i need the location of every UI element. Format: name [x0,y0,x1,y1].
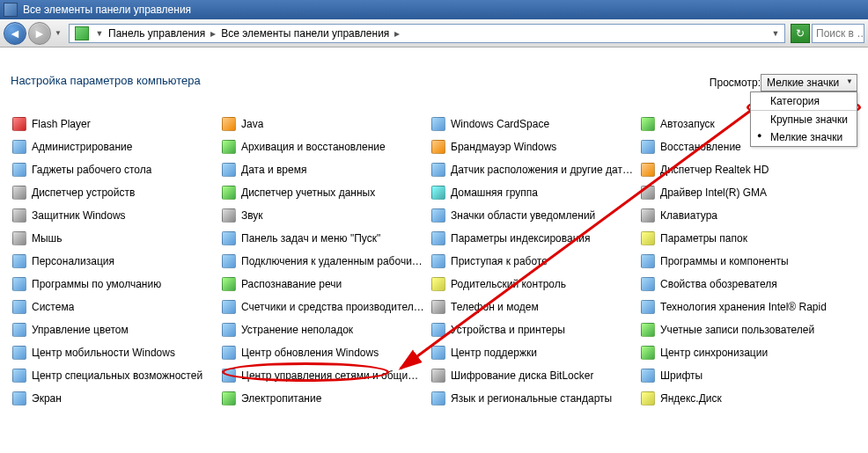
cpl-item[interactable]: Свойства обозревателя [639,276,845,292]
cpl-item[interactable]: Мышь [11,230,217,246]
item-icon [641,117,655,131]
cpl-item[interactable]: Устройства и принтеры [430,322,636,338]
cpl-item[interactable]: Учетные записи пользователей [639,322,845,338]
cpl-item[interactable]: Гаджеты рабочего стола [11,162,217,178]
cpl-item[interactable]: Устранение неполадок [220,322,426,338]
cpl-item[interactable]: Администрирование [11,139,217,155]
cpl-item[interactable]: Управление цветом [11,322,217,338]
item-label: Брандмауэр Windows [451,141,556,153]
item-label: Гаджеты рабочего стола [32,164,151,176]
view-dropdown-menu: Категория Крупные значки Мелкие значки [750,91,857,147]
item-label: Управление цветом [32,324,129,336]
cpl-item[interactable]: Диспетчер Realtek HD [639,162,845,178]
cpl-item[interactable]: Дата и время [220,162,426,178]
cpl-item[interactable]: Подключения к удаленным рабочим с… [220,253,426,269]
cpl-item[interactable]: Панель задач и меню "Пуск" [220,230,426,246]
cpl-item[interactable]: Драйвер Intel(R) GMA [639,185,845,201]
cpl-item[interactable]: Язык и региональные стандарты [430,391,636,406]
breadcrumb-1[interactable]: Панель управления [107,27,207,40]
address-expand-icon[interactable]: ▼ [769,29,783,38]
back-button[interactable]: ◄ [4,22,26,45]
item-label: Датчик расположения и другие датч… [451,164,634,176]
cpl-item[interactable]: Экран [11,391,217,406]
item-icon [431,117,445,131]
view-option-small-icons[interactable]: Мелкие значки [751,128,857,146]
cpl-item[interactable]: Приступая к работе [430,253,636,269]
item-label: Шифрование диска BitLocker [451,369,593,382]
cpl-item[interactable]: Архивация и восстановление [220,139,426,155]
cpl-item[interactable]: Звук [220,208,426,223]
cpl-item[interactable]: Клавиатура [639,208,845,223]
item-icon [431,323,445,337]
cpl-item[interactable]: Персонализация [11,253,217,269]
nav-history-dropdown[interactable]: ▼ [53,23,63,44]
item-icon [222,369,236,383]
item-label: Центр поддержки [451,347,537,359]
item-label: Программы по умолчанию [32,278,161,290]
cpl-item[interactable]: Шрифты [639,368,845,384]
item-label: Яндекс.Диск [660,392,722,405]
cpl-item[interactable]: Центр синхронизации [639,345,845,361]
item-icon [431,231,445,245]
item-icon [12,231,26,245]
item-label: Панель задач и меню "Пуск" [241,232,380,245]
item-label: Экран [32,392,62,405]
cpl-item[interactable]: Домашняя группа [430,185,636,201]
cpl-item[interactable]: Телефон и модем [430,299,636,315]
item-label: Параметры индексирования [451,232,590,245]
item-label: Звук [241,209,263,222]
view-label: Просмотр: [710,77,761,89]
cpl-item[interactable]: Родительский контроль [430,276,636,292]
item-icon [12,277,26,291]
address-bar[interactable]: ▼ Панель управления ▸ Все элементы панел… [69,24,785,43]
cpl-item[interactable]: Windows CardSpace [430,116,636,132]
cpl-item[interactable]: Центр обновления Windows [220,345,426,361]
cpl-item[interactable]: Датчик расположения и другие датч… [430,162,636,178]
item-icon [12,369,26,383]
search-input[interactable]: Поиск в … [812,24,864,43]
view-option-large-icons[interactable]: Крупные значки [751,111,857,128]
cpl-item[interactable]: Центр поддержки [430,345,636,361]
item-label: Свойства обозревателя [660,278,777,290]
item-icon [641,254,655,268]
cpl-item[interactable]: Значки области уведомлений [430,208,636,223]
address-dropdown-icon[interactable]: ▼ [92,29,107,38]
view-option-category[interactable]: Категория [751,92,857,111]
breadcrumb-2[interactable]: Все элементы панели управления [219,27,391,40]
item-icon [431,254,445,268]
refresh-button[interactable]: ↻ [791,24,810,43]
cpl-item[interactable]: Шифрование диска BitLocker [430,368,636,384]
cpl-item[interactable]: Flash Player [11,116,217,132]
cpl-item[interactable]: Технология хранения Intel® Rapid [639,299,845,315]
item-icon [222,140,236,154]
cpl-item[interactable]: Диспетчер учетных данных [220,185,426,201]
cpl-item[interactable]: Распознавание речи [220,276,426,292]
item-icon [222,391,236,406]
cpl-item[interactable]: Диспетчер устройств [11,185,217,201]
item-label: Диспетчер учетных данных [241,186,375,199]
forward-button[interactable]: ► [28,22,51,45]
cpl-item[interactable]: Электропитание [220,391,426,406]
cpl-item[interactable]: Программы по умолчанию [11,276,217,292]
cpl-item[interactable]: Брандмауэр Windows [430,139,636,155]
item-icon [431,391,445,406]
cpl-item[interactable]: Центр мобильности Windows [11,345,217,361]
cpl-item[interactable]: Система [11,299,217,315]
cpl-item[interactable]: Параметры индексирования [430,230,636,246]
cpl-item[interactable]: Java [220,116,426,132]
item-label: Система [32,301,74,313]
cpl-item[interactable]: Центр управления сетями и общим д… [220,368,426,384]
item-icon [431,140,445,154]
item-icon [222,231,236,245]
item-label: Защитник Windows [32,209,126,222]
cpl-item[interactable]: Центр специальных возможностей [11,368,217,384]
item-icon [222,300,236,314]
view-combobox[interactable]: Мелкие значки [761,74,857,91]
cpl-item[interactable]: Параметры папок [639,230,845,246]
item-label: Родительский контроль [451,278,566,290]
cpl-item[interactable]: Счетчики и средства производитель… [220,299,426,315]
cpl-item[interactable]: Программы и компоненты [639,253,845,269]
cpl-item[interactable]: Яндекс.Диск [639,391,845,406]
item-icon [12,346,26,360]
cpl-item[interactable]: Защитник Windows [11,208,217,223]
